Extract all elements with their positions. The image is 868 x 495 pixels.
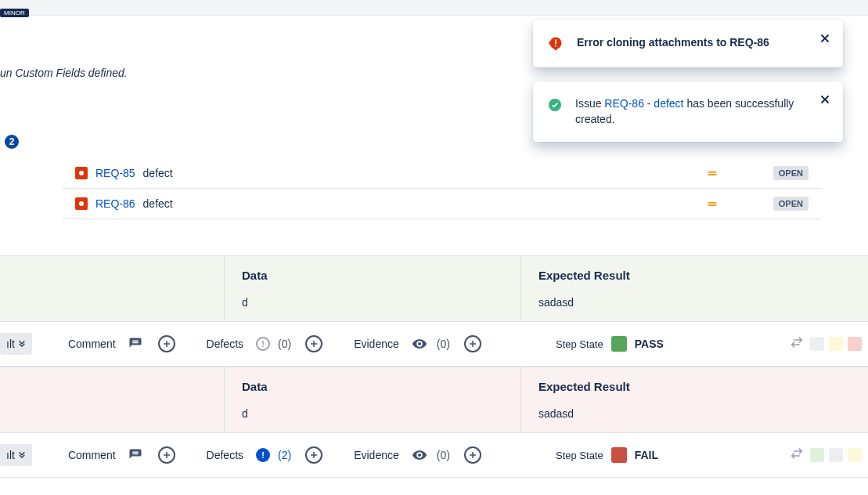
swatch-fail[interactable] — [848, 337, 862, 351]
defects-count: (2) — [278, 449, 291, 461]
defect-key-link[interactable]: REQ-86 — [95, 197, 135, 210]
defect-row[interactable]: REQ-85 defect OPEN — [63, 158, 821, 189]
state-chip[interactable] — [611, 336, 627, 352]
add-defect-button[interactable] — [305, 335, 322, 352]
comment-label: Comment — [68, 449, 116, 461]
success-icon — [549, 99, 561, 114]
defects-indicator-icon: ! — [256, 448, 270, 462]
swap-icon[interactable] — [790, 446, 804, 464]
status-badge: OPEN — [773, 166, 809, 180]
comment-icon — [128, 337, 142, 351]
column-expected-header: Expected Result — [538, 269, 851, 282]
test-step: Data d Expected Result sadasd ılt Commen… — [0, 255, 868, 367]
defects-label: Defects — [207, 449, 243, 461]
column-data-header: Data — [242, 380, 503, 393]
actual-result-dropdown[interactable]: ılt — [0, 333, 32, 355]
priority-medium-icon — [706, 197, 719, 210]
eye-icon — [412, 336, 427, 352]
notification-issue-link[interactable]: REQ-86 - defect — [604, 97, 683, 110]
swatch-todo[interactable] — [829, 448, 843, 462]
defects-indicator-icon: ! — [256, 337, 270, 351]
swatch-todo[interactable] — [810, 337, 824, 351]
add-evidence-button[interactable] — [464, 335, 481, 352]
column-data-header: Data — [242, 269, 503, 282]
add-evidence-button[interactable] — [464, 446, 481, 464]
state-text: FAIL — [635, 449, 658, 461]
status-badge: OPEN — [773, 197, 809, 211]
swap-icon[interactable] — [790, 335, 804, 352]
evidence-count: (0) — [437, 449, 450, 461]
evidence-count: (0) — [437, 338, 450, 350]
step-state: Step State FAIL — [556, 447, 658, 463]
step-data-value: d — [242, 407, 503, 420]
swatch-executing[interactable] — [829, 337, 843, 351]
swatch-pass[interactable] — [810, 448, 824, 462]
state-text: PASS — [635, 338, 664, 350]
notification-error: Error cloning attachments to REQ-86 — [533, 20, 843, 67]
bug-icon — [75, 167, 88, 179]
notification-success-message: Issue REQ-86 - defect has been successfu… — [575, 96, 827, 128]
chevron-down-icon — [18, 338, 26, 349]
step-state-label: Step State — [556, 450, 603, 461]
close-icon[interactable] — [818, 31, 832, 45]
step-state: Step State PASS — [556, 336, 664, 352]
actual-result-dropdown[interactable]: ılt — [0, 444, 32, 466]
step-state-label: Step State — [556, 338, 603, 350]
defect-summary: defect — [143, 167, 698, 179]
step-header: Data d Expected Result sadasd — [0, 367, 868, 433]
svg-rect-1 — [555, 40, 556, 45]
state-swatch-group — [790, 446, 862, 464]
comment-icon — [128, 448, 142, 462]
eye-icon — [412, 447, 427, 463]
defects-list: REQ-85 defect OPEN REQ-86 defect OPEN — [63, 158, 821, 219]
step-header: Data d Expected Result sadasd — [0, 256, 868, 322]
close-icon[interactable] — [818, 92, 832, 107]
notification-success: Issue REQ-86 - defect has been successfu… — [533, 81, 843, 142]
error-icon — [549, 36, 563, 53]
add-defect-button[interactable] — [305, 446, 322, 464]
state-chip[interactable] — [611, 447, 627, 463]
evidence-label: Evidence — [354, 338, 399, 350]
step-controls: ılt Comment Defects ! (0) Evi — [0, 322, 868, 367]
test-step: Data d Expected Result sadasd ılt Commen… — [0, 367, 868, 478]
steps-container: Data d Expected Result sadasd ılt Commen… — [0, 255, 868, 478]
svg-rect-2 — [555, 45, 556, 47]
comment-label: Comment — [68, 338, 116, 350]
defects-count-badge: 2 — [5, 135, 19, 149]
notification-error-message: Error cloning attachments to REQ-86 — [577, 34, 827, 50]
step-controls: ılt Comment Defects ! (2) Evi — [0, 433, 868, 478]
top-bar: MINOR — [0, 0, 868, 16]
defect-row[interactable]: REQ-86 defect OPEN — [63, 189, 821, 219]
swatch-executing[interactable] — [848, 448, 862, 462]
defects-label: Defects — [207, 338, 243, 350]
add-comment-button[interactable] — [158, 335, 175, 352]
evidence-label: Evidence — [354, 449, 399, 461]
column-expected-header: Expected Result — [538, 380, 851, 393]
defects-count: (0) — [278, 338, 291, 350]
notification-stack: Error cloning attachments to REQ-86 Issu… — [533, 20, 843, 142]
step-expected-value: sadasd — [538, 296, 851, 309]
priority-medium-icon — [706, 167, 719, 179]
step-data-value: d — [242, 296, 503, 309]
state-swatch-group — [790, 335, 862, 352]
defect-summary: defect — [143, 197, 698, 210]
defect-key-link[interactable]: REQ-85 — [95, 167, 135, 179]
chevron-down-icon — [18, 450, 26, 461]
step-expected-value: sadasd — [538, 407, 851, 420]
add-comment-button[interactable] — [158, 446, 175, 464]
bug-icon — [75, 197, 88, 210]
